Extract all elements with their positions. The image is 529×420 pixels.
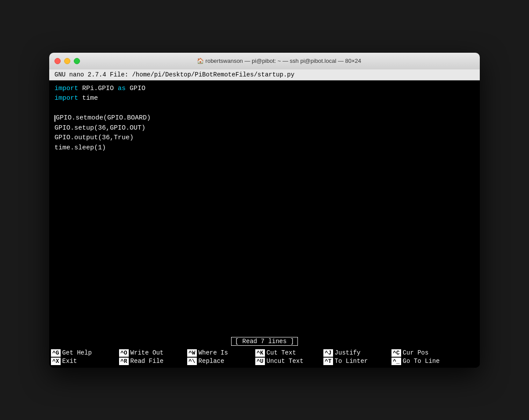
cmd-label-exit: Exit bbox=[61, 358, 77, 365]
cmd-label-replace: Replace bbox=[197, 358, 225, 365]
cmd-key-x: ^X bbox=[51, 358, 61, 365]
cmd-get-help[interactable]: ^G Get Help bbox=[51, 349, 119, 357]
cmd-go-to-line[interactable]: ^_ Go To Line bbox=[391, 358, 460, 365]
cmd-label-read-file: Read File bbox=[129, 358, 164, 365]
cmd-key-u: ^U bbox=[255, 358, 265, 365]
keyword-import-1: import bbox=[54, 85, 78, 92]
cmd-key-r: ^R bbox=[119, 358, 129, 365]
cmd-key-underscore: ^_ bbox=[391, 358, 401, 365]
cmd-cur-pos[interactable]: ^C Cur Pos bbox=[391, 349, 460, 357]
text-cursor bbox=[54, 115, 55, 122]
cmd-key-k: ^K bbox=[255, 349, 265, 357]
code-line-2: import time bbox=[54, 94, 475, 104]
code-line-5: GPIO.output(36,True) bbox=[54, 133, 475, 143]
cmd-exit[interactable]: ^X Exit bbox=[51, 358, 119, 365]
cmd-label-uncut-text: Uncut Text bbox=[265, 358, 304, 365]
editor-area[interactable]: import RPi.GPIO as GPIO import time GPIO… bbox=[49, 80, 480, 335]
code-line-6: time.sleep(1) bbox=[54, 143, 475, 153]
cmd-replace[interactable]: ^\ Replace bbox=[187, 358, 255, 365]
cmd-key-w: ^W bbox=[187, 349, 197, 357]
code-line-1: import RPi.GPIO as GPIO bbox=[54, 84, 475, 94]
keyword-import-2: import bbox=[54, 94, 78, 102]
cmd-key-c: ^C bbox=[391, 349, 401, 357]
status-message: [ Read 7 lines ] bbox=[231, 337, 298, 346]
cmd-uncut-text[interactable]: ^U Uncut Text bbox=[255, 358, 323, 365]
cmd-label-cut-text: Cut Text bbox=[265, 349, 296, 356]
cmd-key-t: ^T bbox=[323, 358, 333, 365]
bottom-bar: ^G Get Help ^O Write Out ^W Where Is ^K … bbox=[49, 348, 480, 368]
cmd-label-justify: Justify bbox=[333, 349, 361, 356]
home-icon: 🏠 bbox=[197, 58, 204, 64]
cmd-label-to-linter: To Linter bbox=[333, 358, 368, 365]
terminal-window: 🏠 robertswanson — pi@pibot: ~ — ssh pi@p… bbox=[49, 53, 480, 368]
cmd-where-is[interactable]: ^W Where Is bbox=[187, 349, 255, 357]
cmd-label-go-to-line: Go To Line bbox=[401, 358, 440, 365]
cmd-to-linter[interactable]: ^T To Linter bbox=[323, 358, 391, 365]
status-bar: [ Read 7 lines ] bbox=[49, 335, 480, 348]
cmd-key-backslash: ^\ bbox=[187, 358, 197, 365]
keyword-as: as bbox=[118, 85, 126, 92]
minimize-button[interactable] bbox=[64, 58, 70, 64]
cmd-key-g: ^G bbox=[51, 349, 61, 357]
cmd-cut-text[interactable]: ^K Cut Text bbox=[255, 349, 323, 357]
nano-header: GNU nano 2.7.4 File: /home/pi/Desktop/Pi… bbox=[49, 69, 480, 80]
close-button[interactable] bbox=[54, 58, 61, 64]
cmd-justify[interactable]: ^J Justify bbox=[323, 349, 391, 357]
maximize-button[interactable] bbox=[74, 58, 80, 64]
cmd-label-write-out: Write Out bbox=[129, 349, 164, 356]
cmd-label-cur-pos: Cur Pos bbox=[401, 349, 429, 356]
code-line-blank bbox=[54, 104, 475, 114]
code-line-3: GPIO.setmode(GPIO.BOARD) bbox=[54, 113, 475, 123]
cmd-key-j: ^J bbox=[323, 349, 333, 357]
bottom-row-1: ^G Get Help ^O Write Out ^W Where Is ^K … bbox=[51, 349, 478, 358]
cmd-label-get-help: Get Help bbox=[61, 349, 92, 356]
cmd-label-where-is: Where Is bbox=[197, 349, 228, 356]
titlebar: 🏠 robertswanson — pi@pibot: ~ — ssh pi@p… bbox=[49, 53, 480, 69]
cmd-write-out[interactable]: ^O Write Out bbox=[119, 349, 187, 357]
bottom-row-2: ^X Exit ^R Read File ^\ Replace ^U Uncut… bbox=[51, 358, 478, 366]
blank-area bbox=[54, 153, 475, 293]
cmd-key-o: ^O bbox=[119, 349, 129, 357]
cmd-read-file[interactable]: ^R Read File bbox=[119, 358, 187, 365]
code-line-4: GPIO.setup(36,GPIO.OUT) bbox=[54, 123, 475, 134]
window-title: 🏠 robertswanson — pi@pibot: ~ — ssh pi@p… bbox=[83, 58, 475, 64]
